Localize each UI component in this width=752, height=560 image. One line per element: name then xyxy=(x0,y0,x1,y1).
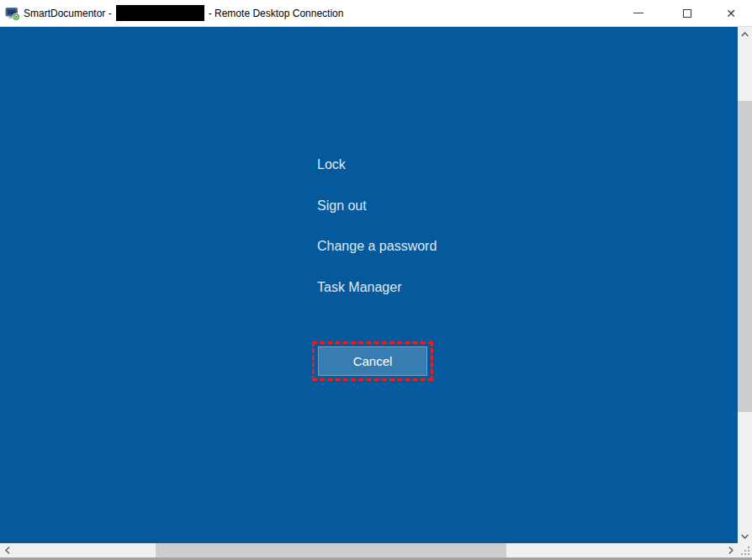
minimize-button[interactable] xyxy=(617,0,659,26)
option-task-manager[interactable]: Task Manager xyxy=(317,279,402,296)
chevron-down-icon xyxy=(741,534,749,539)
cancel-button[interactable]: Cancel xyxy=(318,346,427,376)
window-title: SmartDocumentor - - Remote Desktop Conne… xyxy=(24,0,343,26)
maximize-button[interactable] xyxy=(666,0,708,26)
redaction-box xyxy=(116,5,204,21)
security-screen: Lock Sign out Change a password Task Man… xyxy=(0,27,738,543)
title-prefix: SmartDocumentor - xyxy=(24,8,112,19)
scroll-right-button[interactable] xyxy=(723,543,738,557)
minimize-icon xyxy=(633,13,643,13)
titlebar[interactable]: SmartDocumentor - - Remote Desktop Conne… xyxy=(0,0,752,27)
horizontal-scrollbar[interactable] xyxy=(0,543,738,557)
scrollbar-corner[interactable] xyxy=(738,543,752,557)
vertical-scrollbar-thumb[interactable] xyxy=(738,101,752,412)
option-change-password[interactable]: Change a password xyxy=(317,238,437,255)
scroll-down-button[interactable] xyxy=(738,529,752,543)
scroll-up-button[interactable] xyxy=(738,27,752,41)
chevron-right-icon xyxy=(728,547,733,554)
close-button[interactable]: ✕ xyxy=(710,0,752,26)
rdp-window: SmartDocumentor - - Remote Desktop Conne… xyxy=(0,0,752,560)
resize-grip-icon xyxy=(740,546,750,556)
horizontal-scrollbar-thumb[interactable] xyxy=(156,543,506,557)
option-sign-out[interactable]: Sign out xyxy=(317,198,367,214)
option-lock[interactable]: Lock xyxy=(317,156,346,173)
chevron-up-icon xyxy=(741,32,749,37)
close-icon: ✕ xyxy=(726,8,736,19)
chevron-left-icon xyxy=(5,547,10,554)
maximize-icon xyxy=(683,9,691,18)
scroll-left-button[interactable] xyxy=(0,543,14,557)
title-suffix: - Remote Desktop Connection xyxy=(209,8,344,19)
remote-desktop-icon xyxy=(5,6,20,21)
vertical-scrollbar[interactable] xyxy=(738,27,752,543)
